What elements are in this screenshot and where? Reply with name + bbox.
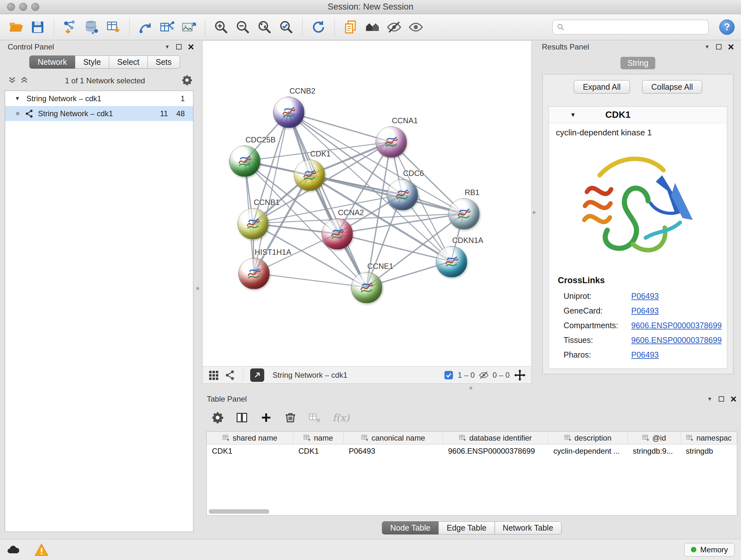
tab-string[interactable]: String bbox=[620, 57, 655, 69]
save-session-button[interactable] bbox=[28, 17, 47, 37]
table-row[interactable]: CDK1CDK1P064939606.ENSP00000378699cyclin… bbox=[207, 444, 737, 458]
horizontal-splitter-handle[interactable] bbox=[469, 387, 472, 389]
network-node-CDK1[interactable] bbox=[294, 160, 325, 191]
network-node-CCNA2[interactable] bbox=[322, 219, 353, 250]
show-columns-button[interactable] bbox=[235, 411, 248, 424]
open-in-new-view-button[interactable] bbox=[250, 368, 264, 382]
network-node-CCNE1[interactable] bbox=[351, 272, 382, 303]
horizontal-scrollbar[interactable] bbox=[209, 509, 269, 514]
warning-icon[interactable] bbox=[35, 543, 49, 556]
search-input[interactable] bbox=[567, 23, 704, 32]
column-header-description[interactable]: description bbox=[548, 432, 628, 444]
network-node-CCNB2[interactable] bbox=[273, 97, 305, 128]
tab-network[interactable]: Network bbox=[29, 56, 75, 69]
table-settings-button[interactable] bbox=[211, 411, 224, 424]
tab-node-table[interactable]: Node Table bbox=[382, 521, 439, 535]
crosslink-link[interactable]: P06493 bbox=[631, 306, 659, 315]
tree-expand-icon[interactable]: ▼ bbox=[15, 96, 20, 102]
panel-menu-icon[interactable]: ▼ bbox=[704, 44, 710, 50]
edge-HIST1H1A-CCNE1[interactable] bbox=[254, 273, 366, 287]
pan-tool-icon[interactable] bbox=[514, 369, 526, 381]
panel-float-icon[interactable] bbox=[176, 44, 182, 50]
table-panel: Table Panel ▼ × f(x) shared namenamecano… bbox=[202, 392, 741, 537]
hidden-eye-icon[interactable] bbox=[479, 370, 489, 380]
export-image-button[interactable] bbox=[179, 17, 199, 37]
network-node-CDKN1A[interactable] bbox=[436, 246, 467, 277]
network-canvas[interactable]: CCNB2CCNA1CDC25BCDK1CDC6RB1CCNB1CCNA2CDK… bbox=[203, 41, 531, 366]
search-box[interactable] bbox=[552, 20, 709, 35]
birdseye-view-icon[interactable] bbox=[224, 369, 236, 381]
help-button[interactable]: ? bbox=[719, 19, 735, 35]
network-node-CDC25B[interactable] bbox=[229, 145, 260, 177]
protein-structure-thumb bbox=[300, 166, 319, 185]
network-node-HIST1H1A[interactable] bbox=[239, 258, 270, 289]
network-node-CDC6[interactable] bbox=[387, 179, 418, 210]
zoom-fit-button[interactable] bbox=[255, 17, 274, 37]
hide-annotations-button[interactable] bbox=[385, 17, 404, 37]
expand-all-icon[interactable] bbox=[20, 76, 29, 86]
refresh-button[interactable] bbox=[309, 17, 328, 37]
tab-select[interactable]: Select bbox=[109, 56, 147, 69]
network-node-CCNA1[interactable] bbox=[376, 126, 407, 158]
tab-style[interactable]: Style bbox=[75, 56, 110, 69]
collapse-section-icon[interactable]: ▼ bbox=[570, 111, 576, 118]
panel-menu-icon[interactable]: ▼ bbox=[707, 396, 712, 402]
maximize-window-button[interactable] bbox=[31, 3, 39, 11]
collapse-all-button[interactable]: Collapse All bbox=[642, 80, 702, 94]
crosslink-link[interactable]: 9606.ENSP00000378699 bbox=[631, 321, 722, 330]
network-tools-button[interactable] bbox=[136, 17, 155, 37]
network-from-table-button[interactable] bbox=[158, 17, 177, 37]
crosslink-link[interactable]: 9606.ENSP00000378699 bbox=[631, 335, 722, 345]
protein-card-header[interactable]: ▼ CDK1 bbox=[549, 107, 727, 123]
zoom-fit-icon bbox=[257, 19, 272, 35]
add-column-button[interactable] bbox=[260, 411, 273, 424]
panel-close-icon[interactable]: × bbox=[188, 43, 194, 51]
delete-column-button[interactable] bbox=[284, 411, 297, 424]
grid-view-icon[interactable] bbox=[208, 369, 219, 381]
column-header-namespac[interactable]: namespac bbox=[681, 432, 737, 444]
collapse-all-icon[interactable] bbox=[8, 76, 17, 86]
vertical-splitter-handle[interactable] bbox=[533, 211, 536, 214]
crosslink-link[interactable]: P06493 bbox=[631, 292, 659, 301]
tab-sets[interactable]: Sets bbox=[147, 56, 180, 69]
panel-menu-icon[interactable]: ▼ bbox=[165, 44, 170, 50]
cloud-icon[interactable] bbox=[6, 543, 20, 556]
edge-CCNB2-CCNE1[interactable] bbox=[288, 112, 366, 287]
clipboard-document-button[interactable] bbox=[341, 17, 360, 37]
import-table-from-file-button[interactable] bbox=[104, 17, 123, 37]
column-header-database-identifier[interactable]: database identifier bbox=[443, 432, 548, 444]
close-window-button[interactable] bbox=[7, 3, 15, 11]
network-collection-row[interactable]: ▼ String Network – cdk1 1 bbox=[5, 91, 193, 106]
panel-close-icon[interactable]: × bbox=[728, 43, 734, 51]
crosslink-label: Tissues: bbox=[563, 335, 631, 345]
panel-float-icon[interactable] bbox=[716, 44, 722, 50]
network-node-RB1[interactable] bbox=[448, 198, 480, 230]
column-header--id[interactable]: @id bbox=[628, 432, 681, 444]
tab-network-table[interactable]: Network Table bbox=[494, 521, 561, 535]
zoom-selected-button[interactable] bbox=[277, 17, 296, 37]
network-row[interactable]: String Network – cdk1 11 48 bbox=[5, 106, 193, 121]
network-node-CCNB1[interactable] bbox=[238, 208, 269, 240]
gear-icon[interactable] bbox=[181, 74, 193, 87]
panel-close-icon[interactable]: × bbox=[731, 395, 737, 403]
selected-checkbox-icon[interactable] bbox=[444, 370, 454, 380]
show-graphics-button[interactable] bbox=[406, 17, 425, 37]
zoom-in-button[interactable] bbox=[212, 17, 231, 37]
open-session-button[interactable] bbox=[6, 17, 25, 37]
import-network-from-file-button[interactable] bbox=[60, 17, 79, 37]
edge-CCNB2-CCNA1[interactable] bbox=[288, 112, 391, 142]
column-header-name[interactable]: name bbox=[293, 432, 344, 444]
expand-all-button[interactable]: Expand All bbox=[574, 80, 630, 94]
memory-button[interactable]: Memory bbox=[684, 543, 735, 557]
minimize-window-button[interactable] bbox=[19, 3, 27, 11]
tab-edge-table[interactable]: Edge Table bbox=[439, 521, 495, 535]
column-header-shared-name[interactable]: shared name bbox=[207, 432, 293, 444]
import-network-from-database-button[interactable] bbox=[82, 17, 101, 37]
panel-float-icon[interactable] bbox=[719, 396, 724, 401]
zoom-out-button[interactable] bbox=[233, 17, 253, 37]
selected-count: 1 – 0 bbox=[458, 371, 475, 380]
column-header-canonical-name[interactable]: canonical name bbox=[344, 432, 443, 444]
crosslink-link[interactable]: P06493 bbox=[631, 350, 659, 360]
vertical-splitter-handle[interactable] bbox=[196, 287, 199, 290]
home-views-button[interactable] bbox=[363, 17, 382, 37]
